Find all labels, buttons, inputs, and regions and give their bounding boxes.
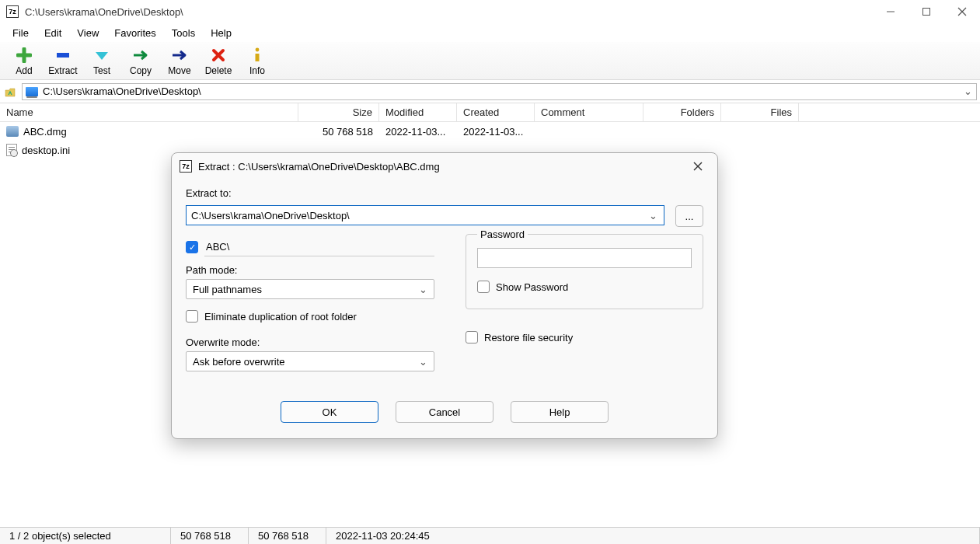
password-input[interactable] <box>477 248 692 268</box>
menu-file[interactable]: File <box>5 25 37 41</box>
add-button[interactable]: Add <box>5 45 44 78</box>
show-password-checkbox[interactable] <box>477 281 490 293</box>
close-button[interactable] <box>944 0 980 23</box>
menu-tools[interactable]: Tools <box>164 25 203 41</box>
extract-to-value: C:\Users\krama\OneDrive\Desktop\ <box>191 210 647 221</box>
subfolder-checkbox[interactable]: ✓ <box>186 241 198 253</box>
info-icon <box>238 47 277 64</box>
file-created: 2022-11-03... <box>457 126 535 138</box>
eliminate-duplication-label: Eliminate duplication of root folder <box>204 311 357 323</box>
dialog-title: Extract : C:\Users\krama\OneDrive\Deskto… <box>198 161 686 173</box>
restore-security-checkbox[interactable] <box>466 331 478 343</box>
password-group: Password Show Password <box>466 228 703 309</box>
file-row[interactable]: ABC.dmg 50 768 518 2022-11-03... 2022-11… <box>0 122 980 141</box>
status-size-1: 50 768 518 <box>171 528 249 544</box>
path-mode-select[interactable]: Full pathnames ⌄ <box>186 279 434 299</box>
plus-icon <box>5 47 44 64</box>
menu-view[interactable]: View <box>69 25 106 41</box>
status-bar: 1 / 2 object(s) selected 50 768 518 50 7… <box>0 527 980 544</box>
col-files[interactable]: Files <box>721 103 799 121</box>
col-created[interactable]: Created <box>457 103 535 121</box>
path-mode-label: Path mode: <box>186 264 434 276</box>
extract-to-combo[interactable]: C:\Users\krama\OneDrive\Desktop\ ⌄ <box>186 205 664 225</box>
toolbar: Add Extract Test Copy Move Delete Info <box>0 42 980 80</box>
ini-file-icon <box>6 144 17 156</box>
svg-marker-5 <box>96 52 108 60</box>
chevron-down-icon[interactable]: ⌄ <box>962 85 973 97</box>
col-comment[interactable]: Comment <box>535 103 643 121</box>
extract-to-label: Extract to: <box>186 187 703 199</box>
minimize-button[interactable] <box>873 0 909 23</box>
menu-help[interactable]: Help <box>203 25 239 41</box>
delete-icon <box>199 47 238 64</box>
delete-button[interactable]: Delete <box>199 45 238 78</box>
column-headers: Name Size Modified Created Comment Folde… <box>0 103 980 122</box>
extract-icon <box>44 47 82 64</box>
eliminate-duplication-checkbox[interactable] <box>186 310 198 323</box>
dmg-file-icon <box>6 126 19 137</box>
address-path: C:\Users\krama\OneDrive\Desktop\ <box>43 85 962 97</box>
dialog-app-icon: 7z <box>180 160 192 173</box>
file-name: ABC.dmg <box>23 126 67 138</box>
restore-security-label: Restore file security <box>484 332 573 343</box>
ok-button[interactable]: OK <box>281 401 378 423</box>
overwrite-mode-value: Ask before overwrite <box>193 356 285 368</box>
chevron-down-icon[interactable]: ⌄ <box>647 210 659 221</box>
info-button[interactable]: Info <box>238 45 277 78</box>
address-combo[interactable]: C:\Users\krama\OneDrive\Desktop\ ⌄ <box>22 83 977 100</box>
extract-button[interactable]: Extract <box>44 45 82 78</box>
copy-icon <box>121 47 160 64</box>
col-size[interactable]: Size <box>298 103 379 121</box>
col-modified[interactable]: Modified <box>379 103 457 121</box>
password-legend: Password <box>477 228 528 240</box>
status-datetime: 2022-11-03 20:24:45 <box>326 528 980 544</box>
svg-rect-7 <box>256 54 260 61</box>
up-folder-icon[interactable] <box>3 85 17 99</box>
address-bar: C:\Users\krama\OneDrive\Desktop\ ⌄ <box>0 80 980 103</box>
chevron-down-icon: ⌄ <box>419 356 427 368</box>
file-name: desktop.ini <box>22 145 70 156</box>
maximize-button[interactable] <box>909 0 944 23</box>
col-folders[interactable]: Folders <box>643 103 721 121</box>
svg-point-6 <box>256 48 260 52</box>
menu-edit[interactable]: Edit <box>37 25 69 41</box>
subfolder-input[interactable] <box>204 238 434 256</box>
menu-favorites[interactable]: Favorites <box>106 25 163 41</box>
file-size: 50 768 518 <box>298 126 379 138</box>
copy-button[interactable]: Copy <box>121 45 160 78</box>
dialog-title-bar: 7z Extract : C:\Users\krama\OneDrive\Des… <box>172 153 717 180</box>
browse-button[interactable]: ... <box>675 205 703 227</box>
drive-icon <box>26 87 38 96</box>
title-bar: 7z C:\Users\krama\OneDrive\Desktop\ <box>0 0 980 23</box>
chevron-down-icon: ⌄ <box>419 284 427 295</box>
status-size-2: 50 768 518 <box>249 528 326 544</box>
overwrite-mode-select[interactable]: Ask before overwrite ⌄ <box>186 351 434 371</box>
file-list: Name Size Modified Created Comment Folde… <box>0 103 980 159</box>
col-name[interactable]: Name <box>0 103 298 121</box>
show-password-label: Show Password <box>496 281 568 293</box>
overwrite-mode-label: Overwrite mode: <box>186 337 434 348</box>
svg-rect-4 <box>57 53 69 58</box>
dialog-close-button[interactable] <box>686 160 710 173</box>
status-selection: 1 / 2 object(s) selected <box>0 528 171 544</box>
app-icon: 7z <box>6 5 19 18</box>
move-button[interactable]: Move <box>160 45 199 78</box>
path-mode-value: Full pathnames <box>193 284 262 295</box>
menu-bar: File Edit View Favorites Tools Help <box>0 23 980 42</box>
test-icon <box>82 47 121 64</box>
extract-dialog: 7z Extract : C:\Users\krama\OneDrive\Des… <box>171 152 718 439</box>
test-button[interactable]: Test <box>82 45 121 78</box>
window-title: C:\Users\krama\OneDrive\Desktop\ <box>25 6 873 18</box>
help-button[interactable]: Help <box>511 401 609 423</box>
file-modified: 2022-11-03... <box>379 126 457 138</box>
cancel-button[interactable]: Cancel <box>396 401 493 423</box>
move-icon <box>160 47 199 64</box>
svg-rect-1 <box>923 9 930 16</box>
